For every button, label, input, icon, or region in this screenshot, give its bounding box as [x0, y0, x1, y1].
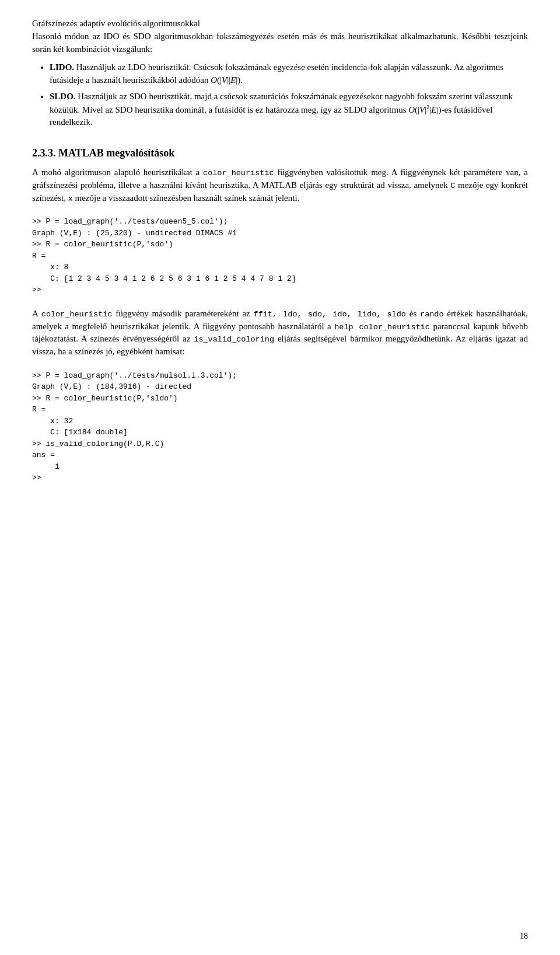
bullet-lido: LIDO. Használjuk az LDO heurisztikát. Cs…	[50, 61, 528, 87]
lido-label: LIDO.	[50, 62, 74, 72]
code-color-heuristic-1: color_heuristic	[203, 169, 274, 177]
code-x: x	[68, 194, 73, 203]
code-block-1: >> P = load_graph('../tests/queen5_5.col…	[32, 212, 528, 299]
code-rando: rando	[420, 310, 444, 319]
code-help: help color_heuristic	[334, 323, 430, 332]
code-params: ffit, ldo, sdo, ido, lido, sldo	[254, 310, 406, 319]
intro-paragraph: Hasonló módon az IDO és SDO algoritmusok…	[32, 30, 528, 56]
sldo-label: SLDO.	[50, 92, 76, 101]
code-block-2: >> P = load_graph('../tests/mulsol.i.3.c…	[32, 367, 528, 487]
sldo-text: Használjuk az SDO heurisztikát, majd a c…	[50, 92, 513, 127]
paragraph1: A mohó algoritmuson alapuló heurisztikák…	[32, 166, 528, 204]
code-color-heuristic-2: color_heuristic	[41, 310, 113, 319]
bullet-sldo: SLDO. Használjuk az SDO heurisztikát, ma…	[50, 90, 528, 129]
page-header: Gráfszínezés adaptív evolúciós algoritmu…	[32, 18, 528, 30]
code-is-valid: is_valid_coloring	[194, 335, 274, 344]
lido-text: Használjuk az LDO heurisztikát. Csúcsok …	[50, 62, 503, 85]
code-C: C	[450, 182, 455, 190]
bullet-list: LIDO. Használjuk az LDO heurisztikát. Cs…	[50, 61, 528, 129]
page-number: 18	[520, 930, 528, 942]
paragraph2: A color_heuristic függvény második param…	[32, 308, 528, 358]
section-title: 2.3.3. MATLAB megvalósítások	[32, 145, 528, 161]
